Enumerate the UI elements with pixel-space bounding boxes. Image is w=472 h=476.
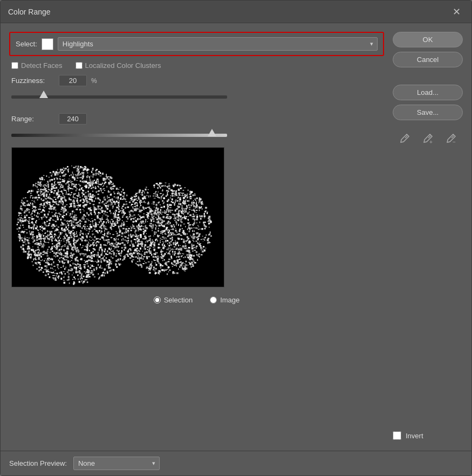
right-panel: OK Cancel Load... Save... + [393,32,463,442]
svg-text:−: − [453,139,456,144]
selection-preview-dropdown[interactable]: None Grayscale Black Matte White Matte Q… [73,457,160,470]
selection-preview-label: Selection Preview: [9,459,67,467]
selection-label: Selection [164,296,193,304]
range-input[interactable] [59,113,87,125]
eyedropper-row: + − [393,129,463,151]
dialog-body: Select: Sampled Colors Reds Yellows Gree… [1,23,471,451]
invert-label: Invert [406,432,423,440]
localized-clusters-item[interactable]: Localized Color Clusters [76,61,161,70]
image-label: Image [220,296,240,304]
color-range-dialog: Color Range ✕ Select: Sampled Colors Red… [0,0,472,476]
localized-clusters-checkbox[interactable] [76,62,83,69]
svg-line-3 [452,136,454,138]
fuzziness-slider-track[interactable] [11,93,227,101]
range-slider-thumb[interactable] [208,129,216,136]
selection-radio-item[interactable]: Selection [154,296,193,304]
selection-preview-dropdown-wrapper: None Grayscale Black Matte White Matte Q… [73,457,160,470]
select-dropdown-wrapper: Sampled Colors Reds Yellows Greens Cyans… [58,37,378,51]
localized-clusters-label: Localized Color Clusters [85,61,161,70]
svg-text:+: + [429,139,433,144]
select-dropdown[interactable]: Sampled Colors Reds Yellows Greens Cyans… [58,37,378,51]
fuzziness-row: Fuzziness: % [9,75,384,86]
preview-canvas [12,148,224,287]
eyedropper-button[interactable] [397,131,412,149]
range-slider-bg [11,134,227,137]
checkbox-row: Detect Faces Localized Color Clusters [9,61,384,70]
detect-faces-item[interactable]: Detect Faces [11,61,63,70]
preview-image [11,147,224,287]
close-button[interactable]: ✕ [449,6,464,18]
detect-faces-label: Detect Faces [21,61,63,70]
eyedropper-minus-button[interactable]: − [443,131,459,149]
svg-line-1 [428,136,430,138]
detect-faces-checkbox[interactable] [11,62,18,69]
fuzziness-label: Fuzziness: [11,77,54,85]
bottom-bar: Selection Preview: None Grayscale Black … [1,451,471,475]
range-slider-track[interactable] [11,131,227,140]
dialog-title: Color Range [8,8,51,16]
fuzziness-slider-thumb[interactable] [39,91,48,98]
title-bar: Color Range ✕ [1,1,471,23]
select-swatch [42,38,53,50]
ok-button[interactable]: OK [393,32,463,47]
image-radio[interactable] [210,296,217,303]
load-button[interactable]: Load... [393,85,463,100]
invert-row: Invert [393,429,463,442]
save-button[interactable]: Save... [393,105,463,120]
image-radio-item[interactable]: Image [210,296,240,304]
cancel-button[interactable]: Cancel [393,52,463,67]
range-row: Range: [9,113,384,125]
svg-line-0 [405,136,407,138]
select-label: Select: [16,40,37,48]
selection-radio[interactable] [154,296,161,303]
range-label: Range: [11,115,54,123]
fuzziness-slider-row [9,92,384,104]
fuzziness-unit: % [91,77,97,85]
range-slider-row [9,130,384,142]
radio-row: Selection Image [9,293,384,307]
invert-checkbox[interactable] [393,431,401,440]
eyedropper-plus-button[interactable]: + [420,131,435,149]
select-row: Select: Sampled Colors Reds Yellows Gree… [9,32,384,56]
left-panel: Select: Sampled Colors Reds Yellows Gree… [9,32,384,442]
fuzziness-input[interactable] [59,75,87,86]
